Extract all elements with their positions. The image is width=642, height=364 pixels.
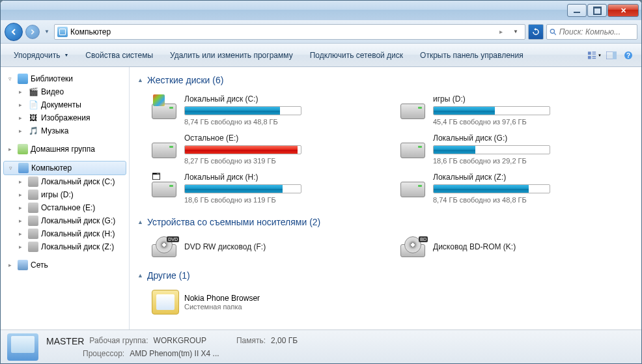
tree-pictures[interactable]: ▸🖼Изображения xyxy=(1,111,129,124)
bd-drive-icon: BD xyxy=(400,236,428,257)
disk-icon xyxy=(28,176,38,187)
system-properties-button[interactable]: Свойства системы xyxy=(77,47,161,64)
computer-name: MASTER xyxy=(46,336,84,346)
drive-icon xyxy=(400,133,428,158)
tree-network[interactable]: ▸Сеть xyxy=(1,259,129,272)
drive-icon xyxy=(400,94,428,119)
removable-grid: DVD DVD RW дисковод (F:) BD Дисковод BD-… xyxy=(149,234,634,260)
search-field[interactable] xyxy=(546,24,637,40)
tree-drive-c[interactable]: ▸Локальный диск (C:) xyxy=(1,175,129,188)
music-icon: 🎵 xyxy=(28,126,38,136)
svg-rect-9 xyxy=(613,51,617,59)
tree-drive-h[interactable]: ▸Локальный диск (H:) xyxy=(1,227,129,240)
search-icon xyxy=(550,28,557,36)
open-control-panel-button[interactable]: Открыть панель управления xyxy=(412,47,531,64)
hard-drives-grid: Локальный диск (C:)8,74 ГБ свободно из 4… xyxy=(149,92,634,206)
minimize-button[interactable] xyxy=(567,4,587,17)
view-options-button[interactable]: ▼ xyxy=(587,48,602,63)
uninstall-program-button[interactable]: Удалить или изменить программу xyxy=(162,47,301,64)
drive-icon xyxy=(152,94,179,119)
address-text: Компьютер xyxy=(70,27,493,36)
map-network-drive-button[interactable]: Подключить сетевой диск xyxy=(302,47,411,64)
window-controls xyxy=(566,4,639,17)
section-hard-drives[interactable]: ▲Жесткие диски (6) xyxy=(137,72,634,92)
drive-c[interactable]: Локальный диск (C:)8,74 ГБ свободно из 4… xyxy=(149,92,385,128)
refresh-button[interactable] xyxy=(528,24,544,40)
homegroup-icon xyxy=(18,144,28,154)
search-input[interactable] xyxy=(559,27,634,36)
tree-drive-g[interactable]: ▸Локальный диск (G:) xyxy=(1,214,129,227)
address-bar: ▼ Компьютер ▸ ▼ xyxy=(1,20,641,44)
svg-line-1 xyxy=(554,33,556,35)
tree-drive-e[interactable]: ▸Остальное (E:) xyxy=(1,201,129,214)
nokia-phone-browser[interactable]: Nokia Phone BrowserСистемная папка xyxy=(149,287,634,317)
titlebar[interactable] xyxy=(1,1,641,20)
computer-icon xyxy=(18,163,29,173)
computer-large-icon xyxy=(7,333,38,361)
svg-rect-2 xyxy=(588,51,591,55)
disk-icon xyxy=(28,216,38,226)
maximize-button[interactable] xyxy=(587,4,607,17)
tree-libraries[interactable]: ▿Библиотеки xyxy=(1,72,129,85)
tree-homegroup[interactable]: ▸Домашняя группа xyxy=(1,143,129,156)
preview-pane-button[interactable] xyxy=(604,48,619,63)
tree-music[interactable]: ▸🎵Музыка xyxy=(1,124,129,137)
tree-drive-z[interactable]: ▸Локальный диск (Z:) xyxy=(1,240,129,253)
documents-icon: 📄 xyxy=(28,100,38,110)
address-field[interactable]: Компьютер ▸ ▼ xyxy=(54,24,525,40)
drive-h[interactable]: Локальный диск (H:)18,6 ГБ свободно из 1… xyxy=(149,170,385,206)
section-removable[interactable]: ▲Устройства со съемными носителями (2) xyxy=(137,214,634,234)
back-button[interactable] xyxy=(5,23,23,41)
drive-d[interactable]: игры (D:)45,4 ГБ свободно из 97,6 ГБ xyxy=(398,92,634,128)
svg-point-0 xyxy=(550,29,554,33)
content-area: ▿Библиотеки ▸🎬Видео ▸📄Документы ▸🖼Изобра… xyxy=(1,67,641,329)
svg-rect-7 xyxy=(593,57,596,58)
device-bd[interactable]: BD Дисковод BD-ROM (K:) xyxy=(398,234,634,260)
nav-history-dropdown[interactable]: ▼ xyxy=(42,25,51,38)
system-folder-icon xyxy=(152,290,179,315)
drive-e[interactable]: Остальное (E:)8,27 ГБ свободно из 319 ГБ xyxy=(149,131,385,167)
organize-menu[interactable]: Упорядочить▼ xyxy=(6,47,76,64)
drive-icon xyxy=(400,173,428,197)
svg-rect-6 xyxy=(593,55,596,56)
navigation-pane: ▿Библиотеки ▸🎬Видео ▸📄Документы ▸🖼Изобра… xyxy=(1,67,130,329)
disk-icon xyxy=(28,189,38,200)
section-other[interactable]: ▲Другие (1) xyxy=(137,268,634,287)
video-icon: 🎬 xyxy=(28,87,38,97)
disk-icon xyxy=(28,242,38,252)
network-icon xyxy=(18,260,28,270)
computer-icon xyxy=(57,27,68,37)
svg-rect-3 xyxy=(593,51,596,52)
device-dvd[interactable]: DVD DVD RW дисковод (F:) xyxy=(149,234,385,260)
address-dropdown[interactable]: ▼ xyxy=(509,29,522,35)
command-bar: Упорядочить▼ Свойства системы Удалить ил… xyxy=(1,44,641,67)
capacity-bar xyxy=(433,145,550,154)
forward-button[interactable] xyxy=(25,25,40,39)
capacity-bar xyxy=(184,184,301,193)
main-pane: ▲Жесткие диски (6) Локальный диск (C:)8,… xyxy=(130,67,641,329)
svg-rect-4 xyxy=(593,53,596,54)
drive-icon xyxy=(152,133,179,158)
disk-icon xyxy=(28,229,38,239)
drive-icon xyxy=(152,173,179,197)
tree-computer[interactable]: ▿Компьютер xyxy=(3,161,126,175)
drive-z[interactable]: Локальный диск (Z:)8,74 ГБ свободно из 4… xyxy=(398,170,634,206)
breadcrumb-arrow[interactable]: ▸ xyxy=(495,28,507,35)
explorer-window: ▼ Компьютер ▸ ▼ Упорядочить▼ Свойства си… xyxy=(0,0,642,364)
dvd-drive-icon: DVD xyxy=(152,236,179,257)
svg-text:?: ? xyxy=(626,52,630,59)
close-button[interactable] xyxy=(607,4,639,17)
svg-rect-5 xyxy=(588,55,591,59)
capacity-bar xyxy=(184,106,301,115)
capacity-bar xyxy=(433,184,550,193)
details-pane: MASTER Рабочая группа: WORKGROUP Память:… xyxy=(1,329,641,363)
tree-videos[interactable]: ▸🎬Видео xyxy=(1,85,129,98)
disk-icon xyxy=(28,203,38,213)
tree-drive-d[interactable]: ▸игры (D:) xyxy=(1,188,129,201)
tree-documents[interactable]: ▸📄Документы xyxy=(1,98,129,111)
help-button[interactable]: ? xyxy=(621,48,635,63)
pictures-icon: 🖼 xyxy=(28,113,38,123)
libraries-icon xyxy=(18,74,28,84)
drive-g[interactable]: Локальный диск (G:)18,6 ГБ свободно из 2… xyxy=(398,131,634,167)
capacity-bar xyxy=(433,106,550,115)
